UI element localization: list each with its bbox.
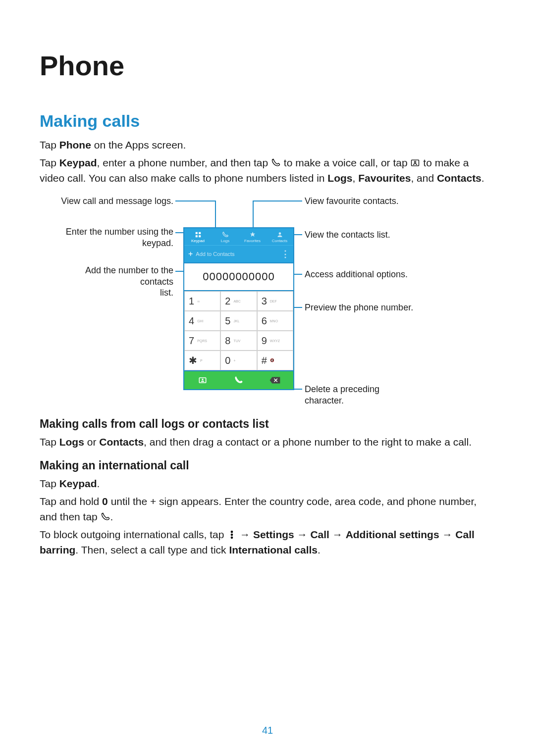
keypad-grid-icon [194,231,202,238]
bold: International calls [229,544,318,555]
text: Tap [40,157,59,168]
digit: ✱ [189,354,197,366]
tab-contacts[interactable]: Contacts [266,228,293,245]
video-call-icon [198,375,208,385]
tab-logs[interactable]: Logs [212,228,239,245]
sub2-l2: Tap and hold 0 until the + sign appears.… [40,494,495,524]
phone-handset-icon [101,512,110,522]
text: . Then, select a call type and tick [75,544,229,555]
svg-point-6 [278,233,281,235]
svg-rect-3 [199,232,201,234]
phone-tabs: Keypad Logs Favorites Contacts [184,228,293,245]
key-3[interactable]: 3DEF [257,291,293,311]
key-8[interactable]: 8TUV [220,331,257,351]
text: , enter a phone number, and then tap [97,157,271,168]
digit: 1 [189,296,194,307]
digit: 3 [262,296,267,307]
key-5[interactable]: 5JKL [220,311,257,331]
tab-favorites[interactable]: Favorites [239,228,266,245]
svg-point-10 [231,534,233,535]
text: Tap [40,139,59,151]
callout-view-contacts: View the contacts list. [305,229,419,241]
svg-rect-2 [195,232,197,234]
key-2[interactable]: 2ABC [220,291,257,311]
text: to make a voice call, or tap [281,157,410,168]
bold: Additional settings [346,529,439,540]
phone-number-display: 00000000000 [184,262,293,291]
video-call-button[interactable] [184,371,220,389]
backspace-button[interactable] [257,371,293,389]
callout-enter-number: Enter the number using the keypad. [59,226,173,249]
letters: PQRS [197,339,207,343]
phone-mockup: Keypad Logs Favorites Contacts + Add to … [183,227,294,390]
subheading-call-logs: Making calls from call logs or contacts … [40,417,495,431]
text: . [110,511,113,522]
text: list. [160,288,173,298]
key-9[interactable]: 9WXYZ [257,331,293,351]
letters: ∞ [197,300,200,303]
digit: 9 [262,335,267,347]
text: , [353,172,359,184]
key-1[interactable]: 1∞ [184,291,220,311]
key-6[interactable]: 6MNO [257,311,293,331]
digit: 2 [225,296,230,307]
bold: Settings [253,529,294,540]
key-star[interactable]: ✱P [184,351,220,370]
text: or [84,436,99,448]
voice-call-button[interactable] [220,371,257,389]
callout-view-fav: View favourite contacts. [305,196,419,207]
letters: 🔇 [270,358,274,362]
digit: # [262,355,267,366]
call-action-row [184,370,293,389]
svg-rect-5 [199,235,201,237]
text: . [482,172,484,184]
more-icon [227,530,237,540]
text: Tap and hold [40,496,102,507]
text: → [329,529,346,540]
more-icon[interactable]: ⋮ [281,249,289,259]
dial-keypad: 1∞ 2ABC 3DEF 4GHI 5JKL 6MNO 7PQRS 8TUV 9… [184,291,293,370]
text: Add the number to the contacts [85,265,173,287]
add-to-contacts-row[interactable]: + Add to Contacts ⋮ [184,245,293,262]
bold: Contacts [99,436,144,448]
tab-keypad[interactable]: Keypad [184,228,212,245]
letters: + [233,359,235,362]
sub1-text: Tap Logs or Contacts, and then drag a co… [40,435,495,450]
phone-handset-icon [221,231,229,238]
bold: 0 [102,496,108,507]
plus-icon: + [188,250,193,258]
keypad-bold: Keypad [59,157,97,168]
text: , and then drag a contact or a phone num… [144,436,472,448]
key-4[interactable]: 4GHI [184,311,220,331]
text: Enter the number using the [66,227,173,237]
text: . [97,478,100,489]
tab-label: Favorites [244,239,261,243]
text: → [237,529,253,540]
letters: ABC [233,300,240,303]
phone-diagram: View call and message logs. Enter the nu… [45,196,490,408]
key-0[interactable]: 0+ [220,351,257,370]
letters: TUV [233,339,240,343]
page-number: 41 [0,725,535,736]
text: To block outgoing international calls, t… [40,529,227,540]
section-making-calls: Making calls [40,111,495,131]
backspace-icon [269,376,281,384]
tab-label: Keypad [191,239,205,243]
key-7[interactable]: 7PQRS [184,331,220,351]
intro-line: Tap Phone on the Apps screen. [40,138,495,152]
text: Tap [40,478,59,489]
text: → [439,529,456,540]
text: , and [411,172,437,184]
key-hash[interactable]: #🔇 [257,351,293,370]
callout-more-options: Access additional options. [305,269,419,280]
star-icon [249,231,257,238]
svg-point-11 [231,537,233,538]
contacts-bold: Contacts [437,172,482,184]
letters: MNO [270,319,278,323]
callout-add-contact: Add the number to the contacts list. [59,265,173,299]
fav-bold: Favourites [358,172,411,184]
text: . [318,544,321,555]
letters: DEF [270,300,277,303]
svg-point-9 [231,531,233,533]
letters: JKL [233,319,239,323]
